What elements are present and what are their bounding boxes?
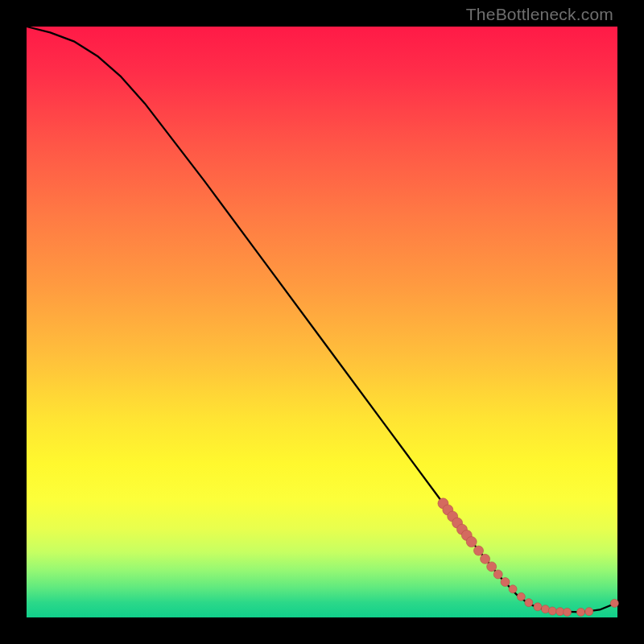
data-point xyxy=(548,607,556,615)
data-point xyxy=(493,570,502,579)
watermark-text: TheBottleneck.com xyxy=(466,5,613,24)
data-point xyxy=(487,562,497,572)
data-point xyxy=(474,546,484,555)
chart-frame: TheBottleneck.com xyxy=(0,0,644,644)
data-point xyxy=(509,585,517,593)
data-point xyxy=(556,608,564,616)
chart-overlay xyxy=(27,27,617,617)
data-point xyxy=(541,605,549,613)
data-point xyxy=(501,577,510,586)
bottleneck-curve xyxy=(27,27,617,612)
data-point xyxy=(576,608,584,616)
data-point xyxy=(517,592,525,601)
data-point xyxy=(525,599,533,607)
data-point xyxy=(564,608,572,616)
data-point xyxy=(610,599,618,607)
data-point xyxy=(481,554,490,564)
data-point xyxy=(585,608,593,616)
data-point xyxy=(534,603,542,611)
data-point xyxy=(466,537,477,547)
